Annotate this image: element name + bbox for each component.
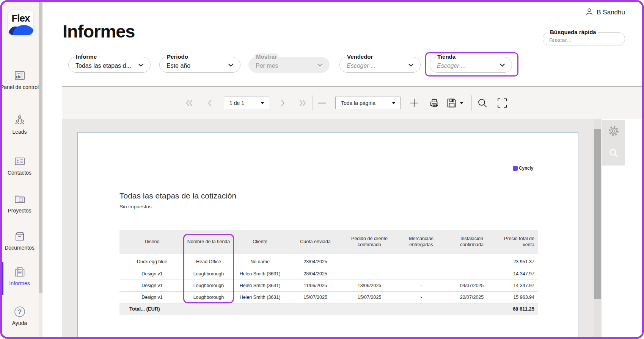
sidebar-scrollbar[interactable] [39,0,42,339]
table-total-row: Total... (EUR) 68 611.25 [119,303,538,315]
table-cell: 22/07/2025 [447,291,497,303]
flex-logo[interactable]: Flex [8,10,33,35]
filter-vendedor[interactable]: Vendedor Escoger ... [339,57,421,73]
reports-icon [0,264,39,280]
save-options-caret-icon [460,102,463,104]
table-cell: - [396,280,447,291]
table-cell: Design v1 [119,280,185,291]
table-cell: 14 347.97 [497,280,538,291]
toolbar-separator [471,95,472,111]
user-icon [585,8,594,17]
sidebar-scrollbar-thumb[interactable] [39,2,42,293]
sidebar-item-contactos[interactable]: Contactos [0,154,39,177]
page-number-select[interactable]: 1 de 1 [224,97,269,109]
table-cell: 14 347.97 [497,268,538,280]
quick-search: Búsqueda rápida [543,32,625,45]
sidebar-item-proyectos[interactable]: Proyectos [0,192,39,214]
column-header: Cliente [232,230,287,254]
zoom-level-value: Toda la página [341,100,375,106]
table-cell: Design v1 [119,268,185,280]
sidebar-item-label: Panel de control [0,84,39,91]
quick-search-label: Búsqueda rápida [548,29,598,35]
sidebar-item-leads[interactable]: Leads [0,113,39,136]
filter-mostrar: Mostrar Por mes [248,57,330,73]
table-cell: 15/07/2025 [343,291,396,303]
table-cell: No name [232,256,287,268]
filter-value: Este año [166,62,190,69]
table-row: Duck egg blue Head Office No name 23/04/… [119,256,538,268]
sidebar-item-panel-de-control[interactable]: Panel de control [0,68,39,91]
page-number-value: 1 de 1 [229,100,244,106]
sidebar-item-ayuda[interactable]: ? Ayuda [0,304,39,327]
table-cell: Loughborough [185,291,232,303]
zoom-level-select[interactable]: Toda la página [335,97,401,109]
settings-gear-icon[interactable] [608,125,620,139]
table-cell: 04/07/2025 [447,280,497,291]
filter-periodo[interactable]: Periodo Este año [159,57,240,73]
table-row: Design v1 Loughborough Helen Smith (3631… [119,268,538,280]
zoom-out-button[interactable] [316,97,328,109]
contacts-icon [0,154,39,169]
chevron-down-icon [317,63,323,67]
table-row: Design v1 Loughborough Helen Smith (3631… [119,291,538,303]
sidebar-item-label: Proyectos [0,208,39,214]
panel-search-icon[interactable] [608,148,619,161]
sidebar-item-documentos[interactable]: Documentos [0,229,39,252]
documents-icon [0,229,39,244]
table-cell: - [396,268,447,280]
search-document-button[interactable] [477,97,488,109]
user-name: B Sandhu [597,9,625,16]
table-cell: - [396,291,447,303]
filter-tienda[interactable]: Tienda Escoger ... [430,57,512,73]
sidebar-item-label: Ayuda [0,320,39,327]
filter-label: Mostrar [254,53,278,60]
table-cell: 28/04/2025 [287,268,343,280]
table-header-row: Diseño Nombre de la tienda Cliente Cuota… [119,230,538,254]
report-subtitle: Sin impuestos [119,204,152,209]
last-page-button[interactable] [297,97,308,109]
save-button[interactable] [445,97,464,109]
table-cell: Design v1 [119,291,185,303]
app-window: Flex Panel de control [0,0,644,339]
table-cell: 23/04/2025 [287,256,343,268]
print-button[interactable] [429,97,440,109]
next-page-button[interactable] [277,97,288,109]
table-cell: 23 951.37 [497,256,538,268]
column-header: Cuota enviada [287,230,343,254]
column-header: Precio total de venta [497,230,538,254]
fullscreen-button[interactable] [496,97,508,109]
previous-page-button[interactable] [204,97,216,109]
table-cell: - [447,268,497,280]
filter-label: Tienda [436,53,457,60]
column-header: Pedido de cliente confirmado [343,230,396,254]
caret-down-icon [261,102,264,104]
report-scrollbar[interactable] [594,119,602,339]
sidebar: Flex Panel de control [0,0,39,339]
sidebar-item-label: Informes [0,280,39,287]
table-cell: 13/06/2025 [343,280,396,291]
filter-value: Escoger ... [347,62,375,69]
help-icon: ? [0,304,39,319]
report-scrollbar-thumb[interactable] [594,129,601,299]
viewer-side-panel [602,120,625,166]
table-row: Design v1 Loughborough Helen Smith (3631… [119,280,538,291]
report-title: Todas las etapas de la cotización [119,191,236,200]
column-header: Nombre de la tienda [185,230,232,254]
flex-logo-wave [8,24,33,35]
sidebar-item-informes[interactable]: Informes [0,264,39,287]
table-cell: Helen Smith (3631) [232,268,287,280]
toolbar-separator [313,95,313,111]
table-cell: Loughborough [185,280,232,291]
dashboard-icon [0,68,39,83]
filter-label: Vendedor [346,53,374,60]
cyncly-brand: Cyncly [513,166,533,171]
report-table: Diseño Nombre de la tienda Cliente Cuota… [119,230,538,315]
svg-text:?: ? [17,308,21,316]
user-menu[interactable]: B Sandhu [585,8,625,17]
first-page-button[interactable] [184,97,195,109]
chevron-down-icon [408,63,414,67]
table-cell: 15/07/2025 [287,291,343,303]
zoom-in-button[interactable] [408,97,420,109]
table-cell: Head Office [185,256,232,268]
filter-informe[interactable]: Informe Todas las etapas d... [68,57,151,73]
